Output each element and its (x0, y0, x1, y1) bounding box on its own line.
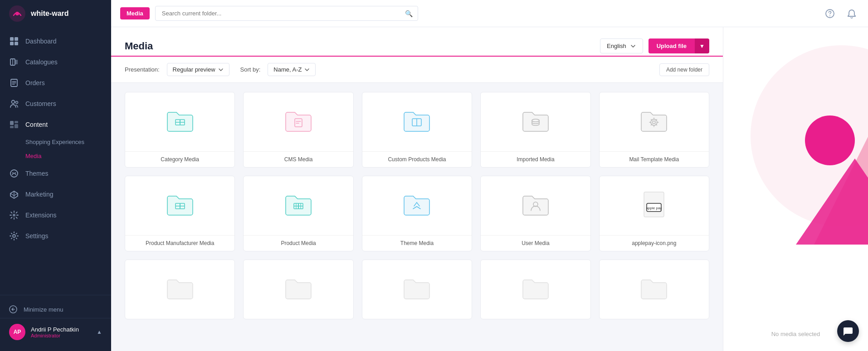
folder-label-cms-media: CMS Media (244, 151, 353, 167)
media-tag-button[interactable]: Media (120, 7, 150, 19)
folder-card-extra-1[interactable] (125, 260, 235, 319)
file-card-applepay[interactable]: apple pay applepay-icon.png (599, 176, 709, 251)
folder-icon-extra-2 (244, 260, 353, 319)
upload-file-dropdown-button[interactable]: ▼ (695, 38, 709, 53)
chat-icon (843, 326, 853, 337)
media-header: Media English Upload file ▼ (111, 27, 723, 57)
topbar: Media 🔍 (111, 0, 868, 27)
brand-area: white-ward (0, 0, 111, 27)
svg-point-22 (829, 15, 830, 16)
folder-card-mail-template-media[interactable]: Mail Template Media (599, 92, 709, 168)
dashboard-label: Dashboard (25, 38, 57, 45)
sidebar-item-catalogues[interactable]: Catalogues (0, 52, 111, 72)
folder-icon-mail-template-media (600, 92, 709, 151)
media-toolbar: Presentation: Regular preview Sort by: N… (111, 57, 723, 83)
folder-card-cms-media[interactable]: CMS Media (243, 92, 353, 168)
user-info[interactable]: AP Andrii P Pechatkin Administrator ▲ (0, 318, 111, 346)
folder-card-product-manufacturer-media[interactable]: Product Manufacturer Media (125, 176, 235, 251)
minimize-icon (9, 305, 17, 313)
sidebar: white-ward Dashboard Catalogues (0, 0, 111, 351)
upload-file-button[interactable]: Upload file (649, 38, 695, 53)
minimize-label: Minimize menu (24, 306, 63, 313)
right-panel: No media selected (723, 27, 868, 351)
folder-card-extra-4[interactable] (480, 260, 590, 319)
customers-label: Customers (25, 100, 56, 107)
help-button[interactable] (823, 6, 837, 21)
svg-text:apple pay: apple pay (646, 206, 662, 210)
svg-point-10 (16, 101, 18, 104)
folder-icon-extra-1 (125, 260, 234, 319)
minimize-menu-button[interactable]: Minimize menu (0, 301, 111, 318)
help-icon (825, 9, 835, 19)
sidebar-item-themes[interactable]: Themes (0, 163, 111, 184)
folder-label-custom-products-media: Custom Products Media (362, 151, 472, 167)
folder-icon-product-manufacturer-media (125, 176, 234, 235)
media-header-right: English Upload file ▼ (600, 38, 709, 53)
user-name: Andrii P Pechatkin (31, 326, 91, 333)
folder-icon-extra-4 (481, 260, 590, 319)
orders-icon (9, 78, 19, 88)
avatar: AP (9, 324, 25, 340)
media-panel: Media English Upload file ▼ Pre (111, 27, 723, 351)
shopping-experiences-label: Shopping Experiences (25, 139, 84, 145)
folder-card-custom-products-media[interactable]: Custom Products Media (362, 92, 472, 168)
marketing-label: Marketing (25, 191, 53, 198)
folder-card-user-media[interactable]: User Media (480, 176, 590, 251)
sort-label: Sort by: (240, 66, 261, 73)
content-label: Content (25, 121, 48, 128)
sidebar-item-orders[interactable]: Orders (0, 72, 111, 93)
no-media-art: No media selected (723, 27, 868, 351)
catalogues-icon (9, 57, 19, 67)
presentation-label: Presentation: (125, 66, 160, 73)
themes-icon (9, 168, 19, 178)
extensions-label: Extensions (25, 212, 56, 219)
svg-point-16 (12, 172, 13, 173)
sidebar-item-customers[interactable]: Customers (0, 93, 111, 114)
sidebar-item-extensions[interactable]: Extensions (0, 205, 111, 226)
file-label-applepay: applepay-icon.png (600, 235, 709, 251)
folder-icon-theme-media (362, 176, 472, 235)
sidebar-bottom: Minimize menu AP Andrii P Pechatkin Admi… (0, 295, 111, 351)
folder-card-theme-media[interactable]: Theme Media (362, 176, 472, 251)
sort-value: Name, A-Z (273, 66, 302, 73)
sort-select[interactable]: Name, A-Z (268, 63, 316, 76)
folder-label-product-media: Product Media (244, 235, 353, 251)
brand-name: white-ward (31, 10, 69, 18)
presentation-select[interactable]: Regular preview (167, 63, 229, 76)
folder-card-product-media[interactable]: Product Media (243, 176, 353, 251)
language-selector[interactable]: English (600, 38, 643, 53)
sidebar-item-dashboard[interactable]: Dashboard (0, 31, 111, 52)
sidebar-nav: Dashboard Catalogues Orders (0, 27, 111, 295)
folder-card-extra-2[interactable] (243, 260, 353, 319)
sort-chevron-icon (304, 67, 310, 72)
folder-icon-imported-media (481, 92, 590, 151)
svg-rect-5 (15, 42, 18, 45)
notifications-button[interactable] (844, 6, 859, 21)
folder-label-product-manufacturer-media: Product Manufacturer Media (125, 235, 234, 251)
brand-logo-icon (9, 5, 25, 22)
search-input[interactable] (155, 6, 418, 21)
folder-icon-product-media (244, 176, 353, 235)
folder-icon-cms-media (244, 92, 353, 151)
folder-icon-category-media (125, 92, 234, 151)
customers-icon (9, 99, 19, 109)
media-sub-label: Media (25, 153, 41, 159)
catalogues-label: Catalogues (25, 58, 58, 66)
folder-card-extra-3[interactable] (362, 260, 472, 319)
content-area: Media English Upload file ▼ Pre (111, 27, 868, 351)
sidebar-item-media[interactable]: Media (0, 149, 111, 163)
sidebar-item-content[interactable]: Content (0, 114, 111, 135)
sidebar-item-settings[interactable]: Settings (0, 226, 111, 246)
add-new-folder-button[interactable]: Add new folder (659, 63, 709, 76)
chat-button[interactable] (837, 320, 859, 342)
folder-card-extra-5[interactable] (599, 260, 709, 319)
sidebar-item-marketing[interactable]: Marketing (0, 184, 111, 205)
folder-card-category-media[interactable]: Category Media (125, 92, 235, 168)
user-details: Andrii P Pechatkin Administrator (31, 326, 91, 338)
presentation-chevron-icon (218, 67, 224, 72)
folder-icon-custom-products-media (362, 92, 472, 151)
folder-card-imported-media[interactable]: Imported Media (480, 92, 590, 168)
sidebar-item-shopping-experiences[interactable]: Shopping Experiences (0, 135, 111, 149)
themes-label: Themes (25, 170, 49, 177)
svg-rect-14 (10, 126, 14, 128)
